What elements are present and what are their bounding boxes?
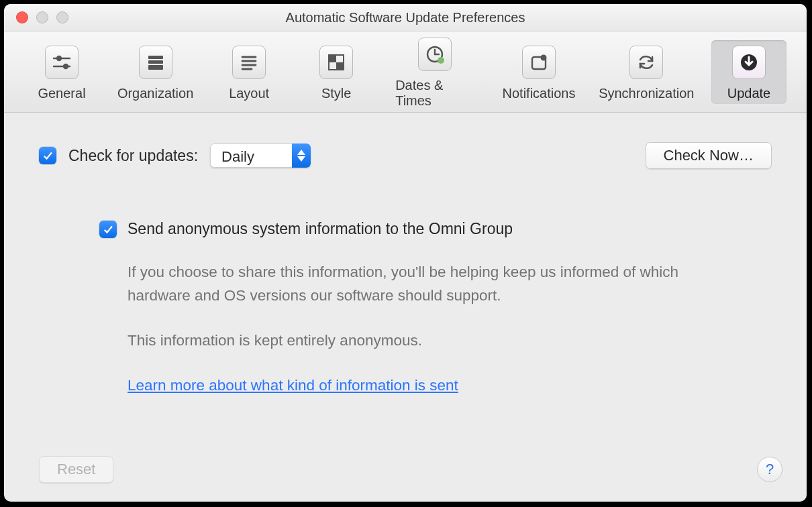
svg-rect-4 [148, 56, 163, 59]
minimize-window-button[interactable] [36, 11, 48, 23]
help-icon: ? [766, 461, 774, 478]
tab-label: Notifications [503, 86, 576, 101]
learn-more-link[interactable]: Learn more about what kind of informatio… [128, 377, 458, 394]
notification-icon [522, 46, 556, 79]
window-controls [16, 11, 68, 23]
tab-label: Organization [117, 86, 193, 101]
checker-icon [319, 46, 353, 79]
close-window-button[interactable] [16, 11, 28, 23]
checkmark-icon [102, 223, 114, 235]
titlebar: Automatic Software Update Preferences [4, 4, 807, 32]
update-pane: Check for updates: Daily Check Now… Send… [4, 113, 807, 502]
svg-rect-13 [336, 62, 344, 70]
tab-label: General [38, 86, 85, 101]
svg-marker-21 [297, 150, 305, 155]
window-title: Automatic Software Update Preferences [4, 10, 807, 25]
drawer-icon [139, 46, 172, 79]
stepper-arrows-icon [292, 144, 311, 168]
send-info-checkbox[interactable] [99, 221, 117, 238]
svg-rect-6 [148, 65, 163, 70]
check-for-updates-row: Check for updates: Daily Check Now… [39, 142, 772, 169]
tab-label: Dates & Times [395, 78, 474, 109]
send-info-label: Send anonymous system information to the… [128, 220, 513, 238]
zoom-window-button[interactable] [56, 11, 68, 23]
tab-label: Synchronization [599, 86, 694, 101]
sliders-icon [45, 46, 79, 79]
tab-dates-times[interactable]: Dates & Times [386, 32, 484, 111]
svg-point-19 [541, 54, 547, 60]
svg-rect-12 [329, 55, 336, 62]
tab-organization[interactable]: Organization [111, 40, 199, 104]
preferences-window: Automatic Software Update Preferences Ge… [4, 4, 807, 502]
tab-notifications[interactable]: Notifications [496, 40, 581, 104]
preferences-toolbar: General Organization Layout [4, 32, 807, 113]
svg-marker-22 [297, 156, 305, 162]
tab-layout[interactable]: Layout [211, 40, 287, 104]
update-frequency-popup[interactable]: Daily [210, 144, 311, 168]
svg-rect-5 [148, 60, 163, 64]
clock-icon [418, 38, 452, 71]
tab-synchronization[interactable]: Synchronization [594, 40, 699, 104]
update-frequency-value: Daily [210, 144, 292, 168]
help-button[interactable]: ? [757, 457, 782, 482]
tab-label: Update [727, 86, 771, 101]
check-for-updates-label: Check for updates: [68, 147, 198, 165]
svg-point-17 [438, 57, 444, 64]
check-now-button[interactable]: Check Now… [646, 142, 772, 169]
footer: Reset ? [4, 456, 807, 502]
tab-update[interactable]: Update [711, 40, 786, 104]
tab-general[interactable]: General [24, 40, 99, 104]
list-icon [232, 46, 266, 79]
tab-style[interactable]: Style [299, 40, 374, 104]
check-for-updates-checkbox[interactable] [39, 147, 56, 164]
svg-point-3 [64, 64, 68, 68]
send-info-description-2: This information is kept entirely anonym… [128, 329, 718, 353]
tab-label: Layout [229, 86, 269, 101]
svg-point-1 [57, 56, 61, 60]
send-info-description-1: If you choose to share this information,… [128, 261, 718, 308]
send-info-section: Send anonymous system information to the… [99, 220, 723, 398]
sync-icon [629, 46, 663, 79]
reset-button[interactable]: Reset [39, 456, 113, 483]
send-info-description: If you choose to share this information,… [128, 261, 718, 398]
download-icon [732, 46, 766, 79]
tab-label: Style [321, 86, 351, 101]
checkmark-icon [42, 150, 54, 162]
